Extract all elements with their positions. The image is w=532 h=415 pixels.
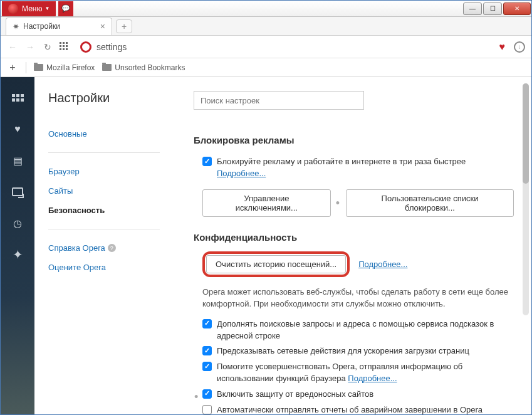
ads-more-link[interactable]: Подробнее... [217,169,266,178]
rail-bookmarks-button[interactable]: ♥ [11,122,24,136]
speed-dial-icon[interactable] [60,42,70,52]
settings-title: Настройки [48,91,172,105]
rail-news-button[interactable]: ▤ [11,154,24,167]
new-tab-button[interactable]: + [116,19,132,33]
bookmark-folder-mozilla[interactable]: Mozilla Firefox [34,63,95,72]
window-titlebar: Меню ▼ 💬 — ☐ ✕ [1,1,531,17]
sidebar-item-rate[interactable]: Оцените Opera [48,258,172,277]
url-input[interactable] [96,42,486,52]
bullet-icon: • [336,197,340,209]
privacy-heading: Конфиденциальность [194,232,514,243]
rail-history-button[interactable]: ◷ [11,216,24,230]
cb-predict-network-label: Предсказывать сетевые действия для ускор… [217,345,469,357]
speech-bubble-button[interactable]: 💬 [58,1,73,16]
bookmark-bar: + Mozilla Firefox Unsorted Bookmarks [1,58,531,77]
settings-search-input[interactable] [194,91,364,110]
scrollbar-track[interactable] [523,83,529,315]
cb-usage-stats[interactable]: ✓ [202,362,212,371]
reload-button[interactable]: ↻ [42,42,53,52]
manage-exceptions-button[interactable]: Управление исключениями... [202,189,331,217]
sidebar-item-security[interactable]: Безопасность [48,201,172,220]
tab-strip: ✷ Настройки × + [1,17,531,36]
folder-icon [34,64,43,71]
close-window-button[interactable]: ✕ [503,3,531,15]
block-ads-label: Блокируйте рекламу и работайте в интерне… [217,156,514,180]
rail-speed-dial-button[interactable] [11,91,24,105]
separator [48,229,160,229]
add-bookmark-button[interactable]: + [7,62,18,73]
tab-close-button[interactable]: × [94,21,105,31]
gear-icon: ✷ [13,22,19,31]
clear-browsing-history-button[interactable]: Очистить историю посещений... [206,255,346,273]
privacy-more-link[interactable]: Подробнее... [358,260,407,269]
minimize-button[interactable]: — [463,3,482,15]
downloads-button[interactable]: ↓ [514,41,525,53]
back-button[interactable]: ← [7,42,18,52]
clear-history-highlight: Очистить историю посещений... [202,251,350,277]
settings-content: Блокировка рекламы ✓ Блокируйте рекламу … [172,77,531,414]
sidebar-item-sites[interactable]: Сайты [48,181,172,201]
cb-malware-protection-label: Включить защиту от вредоносных сайтов [217,389,373,401]
separator [48,152,160,153]
ads-heading: Блокировка рекламы [194,135,514,145]
cb-autocomplete-label: Дополнять поисковые запросы и адреса с п… [217,318,514,342]
settings-sidebar: Настройки Основные Браузер Сайты Безопас… [34,77,172,414]
opera-menu-button[interactable]: Меню ▼ [2,1,56,16]
cb-malware-protection[interactable]: ✓ [202,389,212,399]
sidebar-item-help[interactable]: Справка Opera ? [48,238,172,258]
main-area: ♥ ▤ ◷ ✦ Настройки Основные Браузер Сайты… [1,77,531,414]
opera-logo-icon [8,4,18,14]
cb-crash-reports-label: Автоматически отправлять отчеты об авари… [217,404,514,414]
bookmark-heart-button[interactable]: ♥ [499,41,506,53]
sidebar-item-browser[interactable]: Браузер [48,162,172,181]
separator [26,62,26,73]
tab-settings[interactable]: ✷ Настройки × [6,18,112,35]
scrollbar-thumb[interactable] [523,83,529,184]
menu-label: Меню [22,4,42,13]
forward-button[interactable]: → [24,42,36,52]
cb-usage-stats-label: Помогите усовершенствовать Opera, отправ… [217,361,514,385]
cb-predict-network[interactable]: ✓ [202,346,212,355]
address-field[interactable] [76,38,491,56]
address-bar: ← → ↻ ♥ ↓ [1,36,531,58]
custom-block-lists-button[interactable]: Пользовательские списки блокировки... [346,189,514,217]
usage-more-link[interactable]: Подробнее... [348,374,397,383]
sidebar-item-basic[interactable]: Основные [48,124,172,144]
block-ads-checkbox[interactable]: ✓ [202,157,212,166]
privacy-description: Opera может использовать веб-службы, что… [194,286,514,310]
rail-personal-news-button[interactable] [11,185,24,199]
chevron-down-icon: ▼ [44,6,50,11]
cb-crash-reports[interactable] [202,405,212,414]
folder-icon [102,64,112,71]
cb-autocomplete[interactable]: ✓ [202,319,212,328]
bookmark-folder-unsorted[interactable]: Unsorted Bookmarks [102,63,185,72]
help-icon: ? [108,244,116,252]
icon-rail: ♥ ▤ ◷ ✦ [1,77,34,414]
rail-extensions-button[interactable]: ✦ [11,248,24,261]
tab-title: Настройки [23,22,60,31]
opera-o-icon [80,41,91,53]
maximize-button[interactable]: ☐ [483,3,502,15]
